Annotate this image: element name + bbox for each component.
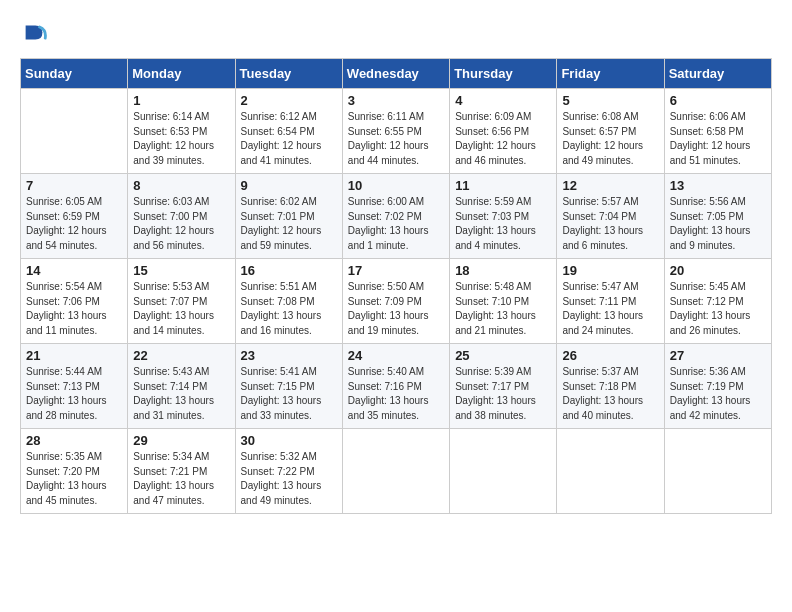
calendar-cell: 12Sunrise: 5:57 AM Sunset: 7:04 PM Dayli…	[557, 174, 664, 259]
calendar-cell: 15Sunrise: 5:53 AM Sunset: 7:07 PM Dayli…	[128, 259, 235, 344]
cell-content: Sunrise: 6:03 AM Sunset: 7:00 PM Dayligh…	[133, 195, 229, 253]
day-number: 9	[241, 178, 337, 193]
header	[20, 20, 772, 48]
cell-content: Sunrise: 6:06 AM Sunset: 6:58 PM Dayligh…	[670, 110, 766, 168]
cell-content: Sunrise: 5:44 AM Sunset: 7:13 PM Dayligh…	[26, 365, 122, 423]
calendar-cell	[450, 429, 557, 514]
calendar-cell: 22Sunrise: 5:43 AM Sunset: 7:14 PM Dayli…	[128, 344, 235, 429]
day-number: 13	[670, 178, 766, 193]
day-number: 25	[455, 348, 551, 363]
calendar-cell	[342, 429, 449, 514]
cell-content: Sunrise: 5:51 AM Sunset: 7:08 PM Dayligh…	[241, 280, 337, 338]
cell-content: Sunrise: 5:34 AM Sunset: 7:21 PM Dayligh…	[133, 450, 229, 508]
day-number: 29	[133, 433, 229, 448]
calendar-cell: 28Sunrise: 5:35 AM Sunset: 7:20 PM Dayli…	[21, 429, 128, 514]
day-number: 17	[348, 263, 444, 278]
calendar-table: SundayMondayTuesdayWednesdayThursdayFrid…	[20, 58, 772, 514]
week-row-5: 28Sunrise: 5:35 AM Sunset: 7:20 PM Dayli…	[21, 429, 772, 514]
week-row-1: 1Sunrise: 6:14 AM Sunset: 6:53 PM Daylig…	[21, 89, 772, 174]
day-number: 8	[133, 178, 229, 193]
col-header-sunday: Sunday	[21, 59, 128, 89]
cell-content: Sunrise: 5:53 AM Sunset: 7:07 PM Dayligh…	[133, 280, 229, 338]
calendar-cell: 1Sunrise: 6:14 AM Sunset: 6:53 PM Daylig…	[128, 89, 235, 174]
cell-content: Sunrise: 5:47 AM Sunset: 7:11 PM Dayligh…	[562, 280, 658, 338]
cell-content: Sunrise: 5:37 AM Sunset: 7:18 PM Dayligh…	[562, 365, 658, 423]
day-number: 12	[562, 178, 658, 193]
cell-content: Sunrise: 6:08 AM Sunset: 6:57 PM Dayligh…	[562, 110, 658, 168]
calendar-cell: 21Sunrise: 5:44 AM Sunset: 7:13 PM Dayli…	[21, 344, 128, 429]
cell-content: Sunrise: 6:09 AM Sunset: 6:56 PM Dayligh…	[455, 110, 551, 168]
col-header-tuesday: Tuesday	[235, 59, 342, 89]
cell-content: Sunrise: 6:02 AM Sunset: 7:01 PM Dayligh…	[241, 195, 337, 253]
col-header-thursday: Thursday	[450, 59, 557, 89]
calendar-cell: 20Sunrise: 5:45 AM Sunset: 7:12 PM Dayli…	[664, 259, 771, 344]
day-number: 10	[348, 178, 444, 193]
calendar-cell: 27Sunrise: 5:36 AM Sunset: 7:19 PM Dayli…	[664, 344, 771, 429]
calendar-cell: 26Sunrise: 5:37 AM Sunset: 7:18 PM Dayli…	[557, 344, 664, 429]
day-number: 28	[26, 433, 122, 448]
calendar-cell: 8Sunrise: 6:03 AM Sunset: 7:00 PM Daylig…	[128, 174, 235, 259]
calendar-cell: 23Sunrise: 5:41 AM Sunset: 7:15 PM Dayli…	[235, 344, 342, 429]
cell-content: Sunrise: 5:32 AM Sunset: 7:22 PM Dayligh…	[241, 450, 337, 508]
day-number: 30	[241, 433, 337, 448]
calendar-cell: 25Sunrise: 5:39 AM Sunset: 7:17 PM Dayli…	[450, 344, 557, 429]
day-number: 7	[26, 178, 122, 193]
day-number: 19	[562, 263, 658, 278]
calendar-cell: 19Sunrise: 5:47 AM Sunset: 7:11 PM Dayli…	[557, 259, 664, 344]
calendar-cell	[557, 429, 664, 514]
day-number: 27	[670, 348, 766, 363]
day-number: 22	[133, 348, 229, 363]
day-number: 18	[455, 263, 551, 278]
calendar-cell: 9Sunrise: 6:02 AM Sunset: 7:01 PM Daylig…	[235, 174, 342, 259]
calendar-cell: 4Sunrise: 6:09 AM Sunset: 6:56 PM Daylig…	[450, 89, 557, 174]
day-number: 1	[133, 93, 229, 108]
calendar-cell: 2Sunrise: 6:12 AM Sunset: 6:54 PM Daylig…	[235, 89, 342, 174]
calendar-cell: 14Sunrise: 5:54 AM Sunset: 7:06 PM Dayli…	[21, 259, 128, 344]
day-number: 26	[562, 348, 658, 363]
week-row-3: 14Sunrise: 5:54 AM Sunset: 7:06 PM Dayli…	[21, 259, 772, 344]
calendar-cell	[21, 89, 128, 174]
header-row: SundayMondayTuesdayWednesdayThursdayFrid…	[21, 59, 772, 89]
cell-content: Sunrise: 5:57 AM Sunset: 7:04 PM Dayligh…	[562, 195, 658, 253]
day-number: 5	[562, 93, 658, 108]
calendar-cell: 18Sunrise: 5:48 AM Sunset: 7:10 PM Dayli…	[450, 259, 557, 344]
day-number: 3	[348, 93, 444, 108]
calendar-cell: 24Sunrise: 5:40 AM Sunset: 7:16 PM Dayli…	[342, 344, 449, 429]
cell-content: Sunrise: 6:00 AM Sunset: 7:02 PM Dayligh…	[348, 195, 444, 253]
week-row-2: 7Sunrise: 6:05 AM Sunset: 6:59 PM Daylig…	[21, 174, 772, 259]
cell-content: Sunrise: 5:45 AM Sunset: 7:12 PM Dayligh…	[670, 280, 766, 338]
calendar-cell: 17Sunrise: 5:50 AM Sunset: 7:09 PM Dayli…	[342, 259, 449, 344]
day-number: 11	[455, 178, 551, 193]
col-header-monday: Monday	[128, 59, 235, 89]
cell-content: Sunrise: 6:11 AM Sunset: 6:55 PM Dayligh…	[348, 110, 444, 168]
cell-content: Sunrise: 5:43 AM Sunset: 7:14 PM Dayligh…	[133, 365, 229, 423]
day-number: 21	[26, 348, 122, 363]
day-number: 4	[455, 93, 551, 108]
day-number: 6	[670, 93, 766, 108]
cell-content: Sunrise: 5:41 AM Sunset: 7:15 PM Dayligh…	[241, 365, 337, 423]
cell-content: Sunrise: 6:05 AM Sunset: 6:59 PM Dayligh…	[26, 195, 122, 253]
cell-content: Sunrise: 5:50 AM Sunset: 7:09 PM Dayligh…	[348, 280, 444, 338]
cell-content: Sunrise: 6:14 AM Sunset: 6:53 PM Dayligh…	[133, 110, 229, 168]
logo	[20, 20, 52, 48]
day-number: 15	[133, 263, 229, 278]
cell-content: Sunrise: 5:48 AM Sunset: 7:10 PM Dayligh…	[455, 280, 551, 338]
col-header-saturday: Saturday	[664, 59, 771, 89]
calendar-cell: 16Sunrise: 5:51 AM Sunset: 7:08 PM Dayli…	[235, 259, 342, 344]
cell-content: Sunrise: 5:40 AM Sunset: 7:16 PM Dayligh…	[348, 365, 444, 423]
week-row-4: 21Sunrise: 5:44 AM Sunset: 7:13 PM Dayli…	[21, 344, 772, 429]
cell-content: Sunrise: 5:56 AM Sunset: 7:05 PM Dayligh…	[670, 195, 766, 253]
calendar-cell: 11Sunrise: 5:59 AM Sunset: 7:03 PM Dayli…	[450, 174, 557, 259]
calendar-cell: 7Sunrise: 6:05 AM Sunset: 6:59 PM Daylig…	[21, 174, 128, 259]
col-header-friday: Friday	[557, 59, 664, 89]
day-number: 23	[241, 348, 337, 363]
calendar-cell: 13Sunrise: 5:56 AM Sunset: 7:05 PM Dayli…	[664, 174, 771, 259]
cell-content: Sunrise: 5:59 AM Sunset: 7:03 PM Dayligh…	[455, 195, 551, 253]
logo-icon	[20, 20, 48, 48]
calendar-cell: 5Sunrise: 6:08 AM Sunset: 6:57 PM Daylig…	[557, 89, 664, 174]
calendar-cell: 30Sunrise: 5:32 AM Sunset: 7:22 PM Dayli…	[235, 429, 342, 514]
day-number: 24	[348, 348, 444, 363]
cell-content: Sunrise: 5:54 AM Sunset: 7:06 PM Dayligh…	[26, 280, 122, 338]
calendar-cell: 10Sunrise: 6:00 AM Sunset: 7:02 PM Dayli…	[342, 174, 449, 259]
day-number: 14	[26, 263, 122, 278]
